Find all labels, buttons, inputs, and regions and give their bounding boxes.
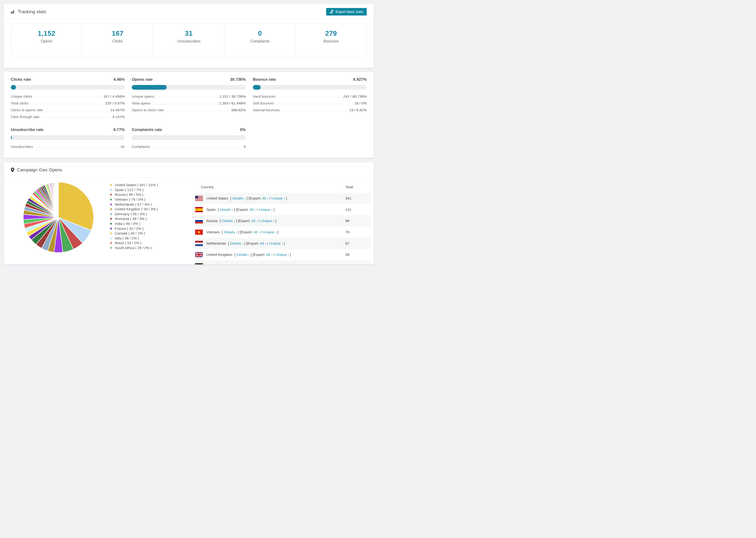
stat-row: Total clicks220 / 5.87% xyxy=(11,100,125,107)
table-row: Spain [Details ›] [Export:All ›/Unique ›… xyxy=(195,204,371,215)
unsubscribe-rate-panel: Unsubscribe rate 0.77% Unsubscribes31 xyxy=(11,127,125,150)
summary-stats-strip: 1,152 Opens 167 Clicks 31 Unsubscribes 0… xyxy=(11,23,367,56)
legend-swatch xyxy=(110,237,112,240)
export-basic-stats-button[interactable]: Export basic stats xyxy=(326,8,367,16)
legend-swatch xyxy=(110,213,112,215)
export-unique-link[interactable]: Unique › xyxy=(259,207,273,212)
legend-swatch xyxy=(110,242,112,244)
legend-swatch xyxy=(110,218,112,220)
table-row: Germany [Details ›] [Export:All ›/Unique… xyxy=(195,260,371,265)
legend-item: Romania ( 49 / 3% ) xyxy=(110,216,158,221)
legend-swatch xyxy=(110,232,112,235)
table-row: United States [Details ›] [Export:All ›/… xyxy=(195,193,371,204)
flag-united-kingdom-icon xyxy=(195,252,203,257)
stat-row: Soft bounces18 / 0% xyxy=(253,100,367,107)
stat-row: Internal bounces19 / 6.81% xyxy=(253,107,367,113)
bounce-rate-panel: Bounce rate 6.927% Hard bounces242 / 86.… xyxy=(253,77,367,120)
export-all-link[interactable]: All › xyxy=(266,252,273,257)
legend-item: Canada ( 40 / 2% ) xyxy=(110,231,158,236)
opens-rate-panel: Opens rate 30.736% Unique opens1,152 / 3… xyxy=(132,77,245,120)
country-total: 55 xyxy=(345,264,350,265)
complaints-rate-progressbar xyxy=(132,135,245,140)
stat-row: Unique clicks167 / 4.456% xyxy=(11,93,125,100)
export-unique-link[interactable]: Unique › xyxy=(269,241,283,245)
legend-swatch xyxy=(110,223,112,225)
export-all-link[interactable]: All › xyxy=(262,196,268,200)
country-name: Vietnam xyxy=(206,230,220,234)
flag-united-states-icon xyxy=(195,196,203,201)
campaign-geo-opens-card: Campaign Geo Opens United States ( 541 /… xyxy=(4,162,374,265)
details-link[interactable]: Details › xyxy=(222,219,235,223)
complaints-rate-title: Complaints rate xyxy=(132,127,162,133)
bounce-rate-progressbar xyxy=(253,85,367,90)
legend-item: South Africa ( 29 / 2% ) xyxy=(110,245,158,250)
details-link[interactable]: Details › xyxy=(232,196,245,200)
legend-item: Russia ( 86 / 5% ) xyxy=(110,192,158,197)
details-link[interactable]: Details › xyxy=(237,252,250,257)
clicks-rate-panel: Clicks rate 4.46% Unique clicks167 / 4.4… xyxy=(11,77,125,120)
legend-swatch xyxy=(110,198,112,201)
flag-netherlands-icon xyxy=(195,241,203,246)
table-row: Vietnam [Details ›] [Export:All ›/Unique… xyxy=(195,227,371,238)
details-link[interactable]: Details › xyxy=(230,241,243,245)
flag-spain-icon xyxy=(195,207,203,212)
geo-pie-legend: United States ( 541 / 31% ) Spain ( 121 … xyxy=(110,183,158,250)
legend-swatch xyxy=(110,203,112,206)
table-row: United Kingdom [Details ›] [Export:All ›… xyxy=(195,249,371,260)
export-all-link[interactable]: All › xyxy=(251,219,258,223)
country-total: 86 xyxy=(345,219,350,223)
legend-swatch xyxy=(110,193,112,196)
bounces-label: Bounces xyxy=(296,39,366,43)
geo-country-table: Country Total United States [Details ›] … xyxy=(195,182,371,265)
export-unique-link[interactable]: Unique › xyxy=(275,252,289,257)
legend-item: United States ( 541 / 31% ) xyxy=(110,183,158,188)
clicks-rate-title: Clicks rate xyxy=(11,77,31,82)
legend-item: Spain ( 121 / 7% ) xyxy=(110,188,158,192)
export-all-link[interactable]: All › xyxy=(249,207,256,212)
legend-item: Netherlands ( 67 / 4% ) xyxy=(110,202,158,207)
details-link[interactable]: Details › xyxy=(225,264,239,265)
table-row: Russia [Details ›] [Export:All ›/Unique … xyxy=(195,215,371,227)
legend-swatch xyxy=(110,247,112,249)
details-link[interactable]: Details › xyxy=(220,207,233,212)
bounces-count: 279 xyxy=(296,29,366,37)
table-header: Country Total xyxy=(195,182,371,193)
total-column-header: Total xyxy=(345,185,353,189)
complaints-count: 0 xyxy=(225,29,296,37)
country-name: Germany xyxy=(206,264,221,265)
export-all-link[interactable]: All › xyxy=(253,230,260,234)
stat-row: Opens to clicks rate689.82% xyxy=(132,107,245,113)
legend-item: United Kingdom ( 59 / 3% ) xyxy=(110,207,158,212)
legend-swatch xyxy=(110,208,112,210)
unsubscribe-rate-value: 0.77% xyxy=(113,127,125,133)
export-all-link[interactable]: All › xyxy=(255,264,261,265)
opens-rate-value: 30.736% xyxy=(230,77,246,82)
details-link[interactable]: Details › xyxy=(224,230,237,234)
country-name: Spain xyxy=(206,207,216,212)
country-name: United Kingdom xyxy=(206,252,232,257)
export-unique-link[interactable]: Unique › xyxy=(264,264,278,265)
geo-header: Campaign Geo Opens xyxy=(4,162,374,178)
flag-vietnam-icon xyxy=(195,230,203,235)
clicks-count: 167 xyxy=(82,29,153,37)
stat-box-bounces: 279 Bounces xyxy=(296,24,366,56)
export-all-link[interactable]: All › xyxy=(260,241,266,245)
country-name: United States xyxy=(206,196,228,200)
stat-row: Complaints0 xyxy=(132,143,245,150)
unsubscribe-rate-title: Unsubscribe rate xyxy=(11,127,43,133)
country-column-header: Country xyxy=(201,185,214,189)
country-name: Netherlands xyxy=(206,241,226,245)
export-unique-link[interactable]: Unique › xyxy=(263,230,277,234)
unsubscribes-count: 31 xyxy=(153,29,224,37)
flag-germany-icon xyxy=(195,263,203,265)
stat-row: Total opens2,303 / 61.446% xyxy=(132,100,245,107)
geo-pie-chart xyxy=(22,181,95,254)
country-total: 59 xyxy=(345,252,350,257)
export-icon xyxy=(330,10,333,13)
page-title: Tracking stats xyxy=(18,9,46,14)
export-unique-link[interactable]: Unique › xyxy=(271,196,285,200)
stat-row: Unique opens1,152 / 30.736% xyxy=(132,93,245,100)
stat-box-complaints: 0 Complaints xyxy=(225,24,296,56)
export-unique-link[interactable]: Unique › xyxy=(261,219,274,223)
legend-item: Brazil ( 33 / 2% ) xyxy=(110,241,158,245)
